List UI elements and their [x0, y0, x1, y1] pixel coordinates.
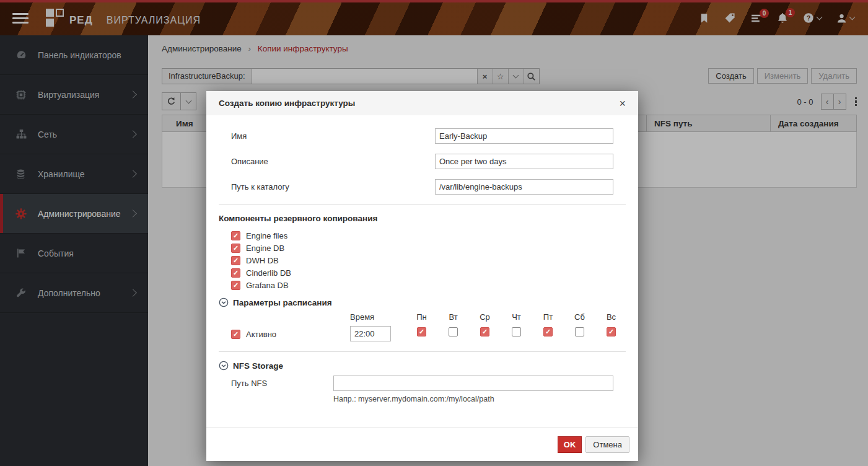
- component-checkbox-row: Grafana DB: [231, 281, 626, 290]
- thursday-checkbox[interactable]: [512, 327, 521, 336]
- nfs-path-input[interactable]: [333, 376, 613, 391]
- day-column-wednesday: Ср: [469, 312, 501, 341]
- day-column-tuesday: Вт: [437, 312, 469, 341]
- sunday-checkbox[interactable]: [607, 327, 616, 336]
- wednesday-checkbox[interactable]: [480, 327, 489, 336]
- directory-path-field-row: Путь к каталогу: [231, 179, 626, 195]
- description-label: Описание: [231, 157, 435, 166]
- nfs-path-hint: Напр.: myserver.mydomain.com:/my/local/p…: [333, 395, 613, 403]
- tuesday-checkbox[interactable]: [449, 327, 458, 336]
- nfs-section-title: NFS Storage: [233, 361, 283, 371]
- schedule-section-title: Параметры расписания: [233, 298, 332, 307]
- modal-title: Создать копию инфраструктуры: [219, 99, 355, 108]
- dwh-db-checkbox[interactable]: [231, 256, 240, 265]
- day-label: Пн: [406, 312, 437, 322]
- engine-files-checkbox[interactable]: [231, 231, 240, 240]
- day-column-saturday: Сб: [564, 312, 595, 341]
- day-column-thursday: Чт: [501, 312, 532, 341]
- nfs-path-label: Путь NFS: [231, 376, 333, 403]
- description-field-row: Описание: [231, 154, 626, 169]
- collapse-chevron-icon[interactable]: [219, 361, 229, 371]
- checkbox-label: Engine files: [246, 231, 287, 240]
- collapse-chevron-icon[interactable]: [219, 297, 229, 307]
- day-label: Вт: [437, 312, 469, 322]
- name-field-row: Имя: [231, 128, 626, 144]
- ok-button[interactable]: OK: [558, 436, 582, 453]
- name-label: Имя: [231, 131, 435, 141]
- monday-checkbox[interactable]: [417, 327, 426, 336]
- section-divider: [219, 351, 626, 352]
- application-window: РЕД ВИРТУАЛИЗАЦИЯ 0 1 ?: [0, 0, 868, 466]
- day-column-friday: Пт: [532, 312, 564, 341]
- checkbox-label: DWH DB: [246, 256, 279, 265]
- directory-path-input[interactable]: [435, 179, 613, 195]
- cancel-button[interactable]: Отмена: [585, 436, 629, 453]
- schedule-active-checkbox[interactable]: [231, 330, 240, 339]
- modal-footer: OK Отмена: [206, 428, 638, 461]
- directory-path-label: Путь к каталогу: [231, 182, 435, 191]
- modal-header: Создать копию инфраструктуры ×: [206, 91, 638, 115]
- grafana-db-checkbox[interactable]: [231, 281, 240, 290]
- checkbox-label: Cinderlib DB: [246, 268, 291, 278]
- close-icon[interactable]: ×: [619, 98, 626, 109]
- nfs-section-header[interactable]: NFS Storage: [219, 361, 626, 371]
- modal-body: Имя Описание Путь к каталогу Компоненты …: [206, 115, 638, 428]
- day-label: Сб: [564, 312, 595, 322]
- day-column-sunday: Вс: [595, 312, 627, 341]
- nfs-path-row: Путь NFS Напр.: myserver.mydomain.com:/m…: [231, 376, 626, 403]
- component-checkbox-row: Engine DB: [231, 244, 626, 253]
- checkbox-label: Engine DB: [246, 244, 284, 253]
- day-label: Ср: [469, 312, 501, 322]
- saturday-checkbox[interactable]: [575, 327, 584, 336]
- name-input[interactable]: [435, 128, 613, 144]
- component-checkbox-row: DWH DB: [231, 256, 626, 265]
- cinderlib-db-checkbox[interactable]: [231, 268, 240, 278]
- schedule-section-header[interactable]: Параметры расписания: [219, 297, 626, 307]
- time-label: Время: [350, 312, 406, 322]
- day-label: Вс: [595, 312, 627, 322]
- checkbox-label: Grafana DB: [246, 281, 289, 290]
- day-label: Чт: [501, 312, 532, 322]
- section-divider: [219, 204, 626, 205]
- component-checkbox-row: Cinderlib DB: [231, 268, 626, 278]
- create-backup-modal: Создать копию инфраструктуры × Имя Описа…: [206, 91, 638, 461]
- components-section-title: Компоненты резервного копирования: [219, 214, 626, 223]
- time-input[interactable]: [350, 326, 391, 341]
- description-input[interactable]: [435, 154, 613, 169]
- day-label: Пт: [532, 312, 564, 322]
- component-checkbox-row: Engine files: [231, 231, 626, 240]
- day-column-monday: Пн: [406, 312, 437, 341]
- schedule-active-label: Активно: [246, 330, 276, 339]
- schedule-row: Активно Время Пн Вт Ср: [231, 312, 626, 341]
- engine-db-checkbox[interactable]: [231, 244, 240, 253]
- friday-checkbox[interactable]: [543, 327, 553, 336]
